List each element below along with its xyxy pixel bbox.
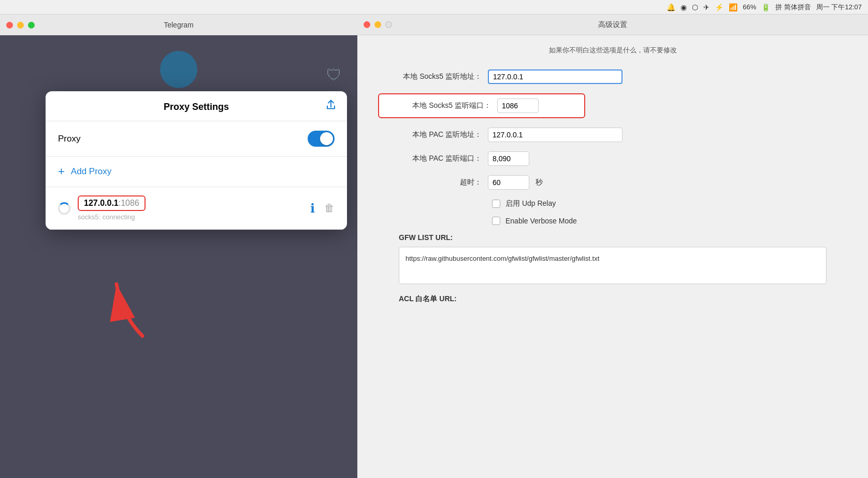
advanced-close-button[interactable] (364, 21, 370, 28)
udp-relay-row: 启用 Udp Relay (492, 199, 847, 208)
close-button[interactable] (6, 22, 13, 29)
verbose-mode-row: Enable Verbose Mode (492, 217, 847, 225)
socks5-address-input[interactable] (488, 69, 623, 84)
maximize-button[interactable] (28, 22, 35, 29)
share-button[interactable] (325, 99, 337, 113)
proxy-delete-button[interactable]: 🗑 (324, 202, 335, 214)
proxy-address-box: 127.0.0.1:1086 (78, 195, 146, 211)
shield-icon: 🛡 (326, 66, 347, 87)
proxy-address: 127.0.0.1 (84, 199, 119, 207)
send-icon: ✈ (703, 3, 710, 11)
socks5-address-label: 本地 Socks5 监听地址： (378, 72, 482, 81)
ime-indicator: 拼 简体拼音 (775, 3, 811, 12)
udp-relay-checkbox[interactable] (492, 200, 500, 208)
advanced-body: 如果你不明白这些选项是什么，请不要修改 本地 Socks5 监听地址： 本地 S… (357, 35, 868, 314)
clock: 周一 下午12:07 (816, 3, 862, 12)
advanced-settings-window: 高级设置 如果你不明白这些选项是什么，请不要修改 本地 Socks5 监听地址：… (357, 15, 868, 478)
socks5-address-row: 本地 Socks5 监听地址： (378, 69, 847, 84)
proxy-port: :1086 (119, 199, 139, 207)
proxy-item: 127.0.0.1:1086 socks5: connecting ℹ 🗑 (46, 187, 347, 230)
pac-address-label: 本地 PAC 监听地址： (378, 130, 482, 139)
telegram-titlebar: Telegram (0, 15, 357, 35)
advanced-maximize-button[interactable] (385, 21, 392, 28)
arrow-annotation (96, 274, 158, 343)
proxy-item-actions: ℹ 🗑 (310, 201, 335, 216)
gfw-list-label: GFW LIST URL: (399, 233, 847, 242)
advanced-subtitle: 如果你不明白这些选项是什么，请不要修改 (378, 46, 847, 55)
socks5-port-row-highlighted: 本地 Socks5 监听端口： (378, 93, 585, 118)
battery-indicator: 66% (743, 3, 756, 11)
proxy-settings-modal: Proxy Settings Proxy + Add Proxy (46, 91, 347, 230)
advanced-titlebar: 高级设置 (357, 15, 868, 35)
proxy-info-button[interactable]: ℹ (310, 201, 315, 216)
add-proxy-row[interactable]: + Add Proxy (46, 157, 347, 187)
cursor-icon: ⬡ (692, 3, 698, 11)
socks5-port-label: 本地 Socks5 监听端口： (387, 101, 491, 110)
proxy-status: socks5: connecting (78, 213, 303, 221)
add-proxy-label: Add Proxy (71, 166, 111, 177)
advanced-minimize-button[interactable] (374, 21, 381, 28)
advanced-window-buttons (364, 21, 392, 28)
gfw-url-field[interactable]: https://raw.githubusercontent.com/gfwlis… (399, 247, 827, 284)
pac-port-row: 本地 PAC 监听端口： (378, 151, 847, 166)
modal-header: Proxy Settings (46, 91, 347, 121)
bluetooth-icon: ⚡ (715, 3, 724, 11)
bell-icon: 🔔 (667, 3, 675, 11)
telegram-title: Telegram (164, 21, 194, 29)
add-proxy-plus-icon: + (58, 166, 65, 177)
battery-icon: 🔋 (761, 3, 770, 11)
advanced-title: 高级设置 (598, 20, 627, 30)
udp-relay-label: 启用 Udp Relay (505, 199, 556, 208)
verbose-mode-checkbox[interactable] (492, 217, 500, 225)
pac-address-row: 本地 PAC 监听地址： (378, 128, 847, 142)
verbose-mode-label: Enable Verbose Mode (505, 217, 577, 225)
navigation-icon: ◉ (681, 3, 687, 11)
pac-port-input[interactable] (488, 151, 529, 166)
toggle-knob (320, 132, 333, 145)
timeout-suffix: 秒 (536, 178, 543, 187)
timeout-input[interactable] (488, 175, 529, 190)
proxy-toggle-row: Proxy (46, 121, 347, 157)
telegram-window-buttons (6, 22, 35, 29)
pac-address-input[interactable] (488, 128, 623, 142)
menubar: 🔔 ◉ ⬡ ✈ ⚡ 📶 66% 🔋 拼 简体拼音 周一 下午12:07 (0, 0, 868, 15)
timeout-label: 超时： (378, 178, 482, 187)
socks5-port-input[interactable] (497, 99, 539, 113)
pac-port-label: 本地 PAC 监听端口： (378, 154, 482, 163)
loading-spinner (58, 202, 70, 215)
menubar-right: 🔔 ◉ ⬡ ✈ ⚡ 📶 66% 🔋 拼 简体拼音 周一 下午12:07 (667, 3, 862, 12)
timeout-row: 超时： 秒 (378, 175, 847, 190)
proxy-toggle[interactable] (308, 131, 335, 147)
avatar (160, 51, 197, 88)
acl-label: ACL 白名单 URL: (399, 294, 847, 304)
telegram-window: Telegram 🛡 Proxy Settings Proxy (0, 15, 357, 478)
modal-title: Proxy Settings (164, 102, 229, 113)
proxy-label: Proxy (58, 134, 80, 144)
wifi-icon: 📶 (729, 3, 737, 11)
minimize-button[interactable] (17, 22, 24, 29)
modal-body: Proxy + Add Proxy 127.0.0.1:1086 socks5:… (46, 121, 347, 230)
proxy-item-info: 127.0.0.1:1086 socks5: connecting (78, 195, 303, 221)
